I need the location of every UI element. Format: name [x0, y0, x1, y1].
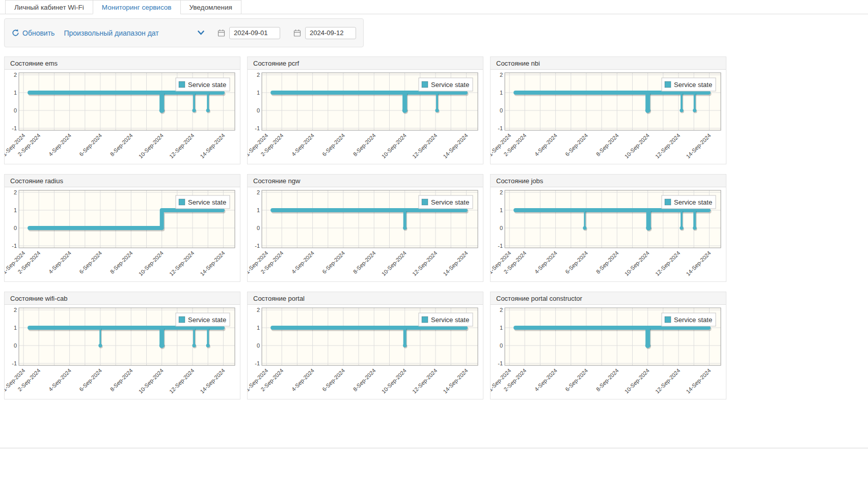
- date-range-value: Произвольный диапазон дат: [64, 29, 158, 37]
- downtime-marker: [680, 226, 683, 230]
- legend-label: Service state: [188, 316, 226, 324]
- downtime-marker: [98, 343, 102, 347]
- svg-text:1: 1: [500, 90, 503, 96]
- state-chart: -10121-Sep-20242-Sep-20244-Sep-20246-Sep…: [491, 187, 726, 281]
- refresh-button[interactable]: Обновить: [12, 29, 55, 37]
- svg-text:1: 1: [500, 325, 503, 331]
- svg-text:10-Sep-2024: 10-Sep-2024: [623, 367, 650, 394]
- chart-title: Состояние nbi: [491, 57, 726, 70]
- svg-text:-1: -1: [12, 360, 17, 366]
- chart-legend: Service state: [176, 78, 230, 91]
- downtime-marker: [206, 343, 210, 347]
- legend-label: Service state: [674, 81, 712, 89]
- svg-text:2: 2: [257, 307, 260, 313]
- chart-legend: Service state: [662, 78, 716, 91]
- downtime-marker: [693, 108, 696, 112]
- legend-label: Service state: [674, 316, 712, 324]
- svg-text:2: 2: [14, 307, 17, 313]
- downtime-marker: [402, 108, 408, 113]
- legend-label: Service state: [431, 316, 469, 324]
- chart-title: Состояние pcrf: [248, 57, 483, 70]
- chart-panel: Состояние pcrf -10121-Sep-20242-Sep-2024…: [247, 56, 483, 164]
- state-chart: -10121-Sep-20242-Sep-20244-Sep-20246-Sep…: [248, 305, 483, 399]
- svg-text:1: 1: [14, 207, 17, 213]
- chart-panel: Состояние nbi -10121-Sep-20242-Sep-20244…: [490, 56, 726, 164]
- svg-text:2: 2: [257, 189, 260, 195]
- svg-text:1: 1: [257, 325, 260, 331]
- date-to-group: [293, 27, 356, 39]
- svg-text:12-Sep-2024: 12-Sep-2024: [654, 367, 681, 394]
- downtime-marker: [646, 225, 651, 231]
- downtime-marker: [192, 108, 196, 112]
- svg-text:6-Sep-2024: 6-Sep-2024: [564, 132, 589, 157]
- legend-label: Service state: [431, 198, 469, 206]
- state-chart: -10121-Sep-20242-Sep-20244-Sep-20246-Sep…: [5, 305, 240, 399]
- svg-text:10-Sep-2024: 10-Sep-2024: [138, 367, 165, 394]
- footer-divider: [0, 448, 868, 448]
- legend-label: Service state: [674, 198, 712, 206]
- svg-text:8-Sep-2024: 8-Sep-2024: [595, 250, 620, 275]
- chart-legend: Service state: [419, 313, 473, 326]
- legend-swatch: [422, 317, 428, 323]
- svg-text:14-Sep-2024: 14-Sep-2024: [442, 132, 469, 159]
- chevron-down-icon: [198, 31, 204, 35]
- toolbar: Обновить Произвольный диапазон дат: [4, 18, 364, 47]
- chart-legend: Service state: [176, 313, 230, 326]
- svg-text:-1: -1: [498, 125, 503, 131]
- chart-panel: Состояние wifi-cab -10121-Sep-20242-Sep-…: [4, 292, 240, 399]
- svg-text:-1: -1: [12, 125, 17, 131]
- svg-text:6-Sep-2024: 6-Sep-2024: [564, 367, 589, 392]
- chart-legend: Service state: [662, 195, 716, 209]
- legend-label: Service state: [188, 198, 226, 206]
- svg-text:14-Sep-2024: 14-Sep-2024: [685, 250, 712, 277]
- svg-text:14-Sep-2024: 14-Sep-2024: [685, 132, 712, 159]
- chart-panel: Состояние ems -10121-Sep-20242-Sep-20244…: [4, 56, 240, 164]
- state-chart: -10121-Sep-20242-Sep-20244-Sep-20246-Sep…: [248, 187, 483, 281]
- date-range-dropdown[interactable]: Произвольный диапазон дат: [64, 29, 204, 37]
- svg-text:-1: -1: [255, 125, 260, 131]
- svg-text:12-Sep-2024: 12-Sep-2024: [411, 132, 438, 159]
- downtime-marker: [403, 226, 406, 230]
- svg-text:8-Sep-2024: 8-Sep-2024: [352, 132, 377, 157]
- state-chart: -10121-Sep-20242-Sep-20244-Sep-20246-Sep…: [248, 70, 483, 164]
- svg-text:14-Sep-2024: 14-Sep-2024: [442, 250, 469, 277]
- svg-text:2: 2: [500, 189, 503, 195]
- refresh-label: Обновить: [22, 29, 55, 37]
- chart-legend: Service state: [419, 195, 473, 209]
- svg-text:12-Sep-2024: 12-Sep-2024: [411, 367, 438, 394]
- svg-text:0: 0: [14, 342, 17, 349]
- svg-text:2: 2: [500, 72, 503, 78]
- downtime-marker: [645, 108, 650, 113]
- svg-text:6-Sep-2024: 6-Sep-2024: [78, 250, 103, 275]
- legend-swatch: [665, 199, 671, 205]
- monitoring-page: { "tabs": [ { "label": "Личный кабинет W…: [0, 0, 868, 487]
- tab-notifications[interactable]: Уведомления: [180, 0, 241, 14]
- svg-text:14-Sep-2024: 14-Sep-2024: [199, 367, 226, 394]
- tab-service-monitoring[interactable]: Мониторинг сервисов: [93, 0, 181, 14]
- tab-personal-cabinet[interactable]: Личный кабинет Wi-Fi: [5, 0, 93, 14]
- chart-title: Состояние portal: [248, 292, 483, 305]
- legend-swatch: [665, 317, 671, 323]
- calendar-icon[interactable]: [293, 29, 301, 37]
- date-from-input[interactable]: [229, 27, 280, 39]
- refresh-icon: [12, 29, 19, 37]
- tab-bar: Личный кабинет Wi-Fi Мониторинг сервисов…: [0, 0, 868, 14]
- chart-title: Состояние ngw: [248, 175, 483, 187]
- chart-panel: Состояние ngw -10121-Sep-20242-Sep-20244…: [247, 174, 483, 282]
- date-to-input[interactable]: [305, 27, 356, 39]
- chart-title: Состояние wifi-cab: [5, 292, 240, 305]
- svg-text:12-Sep-2024: 12-Sep-2024: [168, 250, 195, 277]
- svg-text:6-Sep-2024: 6-Sep-2024: [78, 367, 103, 392]
- svg-text:0: 0: [257, 107, 260, 113]
- svg-text:0: 0: [14, 225, 17, 231]
- downtime-marker: [159, 108, 165, 113]
- svg-text:10-Sep-2024: 10-Sep-2024: [623, 132, 650, 159]
- svg-text:4-Sep-2024: 4-Sep-2024: [533, 250, 558, 275]
- svg-text:6-Sep-2024: 6-Sep-2024: [78, 132, 103, 157]
- chart-legend: Service state: [419, 78, 473, 91]
- svg-text:12-Sep-2024: 12-Sep-2024: [168, 367, 195, 394]
- svg-text:0: 0: [500, 107, 503, 113]
- chart-legend: Service state: [662, 313, 716, 326]
- calendar-icon[interactable]: [218, 29, 225, 37]
- svg-text:4-Sep-2024: 4-Sep-2024: [533, 132, 558, 157]
